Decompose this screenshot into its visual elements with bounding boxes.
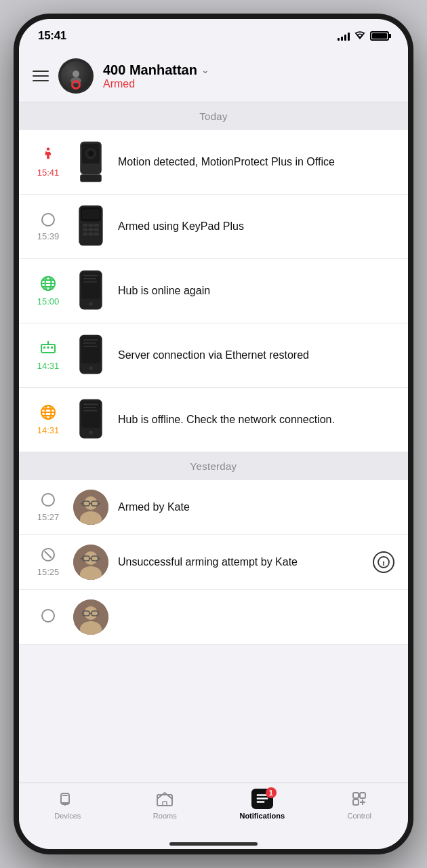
svg-rect-42 (83, 345, 97, 347)
hub-info: 400 Manhattan ⌄ Armed (103, 62, 394, 90)
info-button[interactable]: i (373, 551, 394, 573)
svg-rect-19 (88, 232, 93, 235)
svg-point-39 (89, 366, 93, 370)
tab-label-control: Control (348, 812, 371, 820)
notif-time-icon (33, 608, 64, 626)
svg-rect-84 (62, 795, 68, 796)
svg-rect-35 (51, 347, 53, 349)
wifi-icon (354, 31, 366, 42)
svg-point-50 (89, 431, 93, 435)
notif-time-icon: 15:39 (33, 212, 64, 241)
ethernet-icon (40, 340, 56, 359)
home-indicator-bar (169, 842, 258, 846)
list-item[interactable]: 15:39 (19, 195, 408, 259)
tab-label-rooms: Rooms (153, 812, 177, 820)
section-header-yesterday: Yesterday (19, 452, 408, 480)
tab-rooms[interactable]: Rooms (117, 789, 214, 820)
svg-line-72 (98, 559, 100, 559)
home-indicator (19, 844, 408, 849)
notif-time-icon: 14:31 (33, 340, 64, 371)
svg-rect-17 (94, 228, 99, 231)
svg-line-64 (45, 551, 52, 558)
svg-point-54 (42, 494, 54, 506)
motion-icon (41, 146, 56, 165)
notif-time-1431a: 14:31 (37, 361, 60, 371)
device-img-motion (73, 140, 108, 184)
notif-text-armed-kate: Armed by Kate (118, 500, 394, 515)
svg-text:i: i (382, 559, 384, 567)
svg-rect-91 (353, 793, 359, 798)
hub-name: 400 Manhattan (103, 62, 197, 78)
list-item[interactable]: 14:31 Hub is offline. Check the network … (19, 388, 408, 452)
device-img-keypad (73, 204, 108, 249)
notif-time-icon: 15:27 (33, 492, 64, 522)
tab-devices[interactable]: Devices (19, 789, 117, 820)
svg-rect-16 (88, 228, 93, 231)
screen: 15:41 (19, 19, 408, 849)
list-item[interactable]: 15:25 Unsuccessful arming attempt by Ka (19, 535, 408, 590)
list-item[interactable]: 14:31 Server connection via Ethernet res… (19, 323, 408, 388)
svg-rect-20 (94, 232, 99, 235)
device-img-hub3 (73, 397, 108, 442)
svg-point-2 (47, 147, 50, 151)
notif-time-1527: 15:27 (37, 512, 60, 522)
list-item[interactable]: 15:27 Armed by Kate (19, 480, 408, 535)
svg-line-71 (81, 559, 83, 559)
chevron-down-icon: ⌄ (201, 64, 209, 75)
hub-name-row[interactable]: 400 Manhattan ⌄ (103, 62, 394, 78)
svg-rect-14 (94, 223, 99, 226)
notif-text-hub-offline: Hub is offline. Check the network connec… (118, 412, 394, 427)
svg-rect-31 (83, 281, 97, 282)
notif-time-1539: 15:39 (37, 231, 60, 241)
notification-list[interactable]: Today 15:41 (19, 102, 408, 783)
notif-text-ethernet: Server connection via Ethernet restored (118, 348, 394, 363)
svg-rect-7 (80, 174, 102, 182)
svg-rect-49 (81, 401, 100, 427)
notif-text-hub-online: Hub is online again (118, 283, 394, 298)
battery-icon (370, 31, 389, 41)
svg-rect-92 (360, 793, 365, 798)
svg-rect-18 (83, 232, 87, 235)
svg-rect-33 (43, 347, 45, 349)
tab-notifications[interactable]: 1 Notifications (214, 789, 311, 820)
svg-point-0 (73, 71, 79, 77)
list-item[interactable]: 15:41 Motion detected, MotionProtect Plu… (19, 130, 408, 195)
notif-time-icon: 15:25 (33, 547, 64, 577)
notifications-icon-wrap: 1 (251, 789, 274, 809)
globe-green-icon (40, 275, 56, 294)
svg-rect-89 (256, 797, 268, 800)
svg-line-61 (81, 504, 83, 505)
armed-circle-icon3 (41, 608, 56, 626)
notif-time-icon: 15:41 (33, 146, 64, 178)
status-time: 15:41 (38, 29, 66, 43)
user-avatar-kate2 (73, 545, 108, 580)
user-avatar-partial (73, 599, 108, 635)
notif-time-1500: 15:00 (37, 296, 60, 307)
svg-rect-29 (83, 275, 98, 276)
hamburger-menu[interactable] (33, 71, 49, 81)
svg-rect-27 (81, 272, 100, 298)
list-item[interactable] (19, 590, 408, 645)
signal-icon (338, 31, 350, 41)
armed-circle-icon (41, 212, 56, 229)
device-img-hub2 (73, 333, 108, 378)
failed-icon (41, 547, 56, 565)
svg-point-6 (88, 151, 93, 155)
phone-frame: 15:41 (14, 14, 413, 854)
svg-point-8 (42, 214, 54, 226)
globe-orange-icon (40, 404, 56, 423)
svg-rect-90 (256, 801, 264, 803)
notif-time-1541: 15:41 (37, 167, 60, 178)
tab-bar: Devices Rooms (19, 783, 408, 844)
notif-time-1431b: 14:31 (37, 425, 60, 435)
control-icon-wrap (348, 789, 371, 809)
svg-rect-51 (83, 403, 98, 405)
svg-rect-30 (83, 278, 96, 279)
status-bar: 15:41 (19, 19, 408, 53)
list-item[interactable]: 15:00 Hub is online again (19, 259, 408, 323)
tab-label-devices: Devices (54, 812, 81, 820)
notif-time-1525: 15:25 (37, 567, 60, 577)
svg-line-62 (98, 504, 100, 505)
notif-text-motion: Motion detected, MotionProtect Plus in O… (118, 155, 394, 170)
tab-control[interactable]: Control (311, 789, 409, 820)
